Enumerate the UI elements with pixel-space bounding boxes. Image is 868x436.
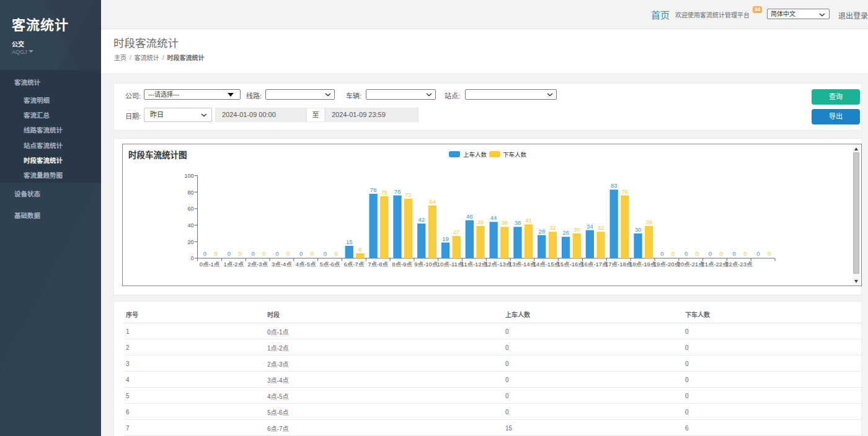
svg-text:20点-21点: 20点-21点 xyxy=(678,261,705,268)
svg-text:0: 0 xyxy=(275,250,278,257)
svg-text:46: 46 xyxy=(466,213,473,220)
svg-text:0: 0 xyxy=(709,250,712,257)
svg-text:0: 0 xyxy=(696,250,699,257)
svg-text:32: 32 xyxy=(598,224,604,231)
svg-text:72: 72 xyxy=(405,191,412,198)
svg-text:0: 0 xyxy=(684,250,688,257)
svg-text:7点-8点: 7点-8点 xyxy=(368,261,388,268)
svg-text:75: 75 xyxy=(381,189,388,196)
svg-text:100: 100 xyxy=(184,173,193,179)
svg-text:38: 38 xyxy=(515,219,521,226)
svg-text:39: 39 xyxy=(477,219,484,225)
svg-text:0: 0 xyxy=(190,255,193,261)
svg-text:0: 0 xyxy=(756,250,760,257)
svg-text:0: 0 xyxy=(335,250,338,257)
svg-text:22点-23点: 22点-23点 xyxy=(725,261,753,268)
svg-text:0: 0 xyxy=(238,250,241,257)
svg-text:9点-10点: 9点-10点 xyxy=(414,261,438,268)
svg-text:2点-3点: 2点-3点 xyxy=(247,261,268,268)
svg-text:0: 0 xyxy=(262,250,265,257)
svg-text:5点-6点: 5点-6点 xyxy=(320,261,340,268)
svg-text:0: 0 xyxy=(660,250,663,257)
svg-text:32: 32 xyxy=(549,224,556,231)
svg-text:30: 30 xyxy=(574,226,580,233)
svg-text:0: 0 xyxy=(671,250,675,257)
svg-text:4点-5点: 4点-5点 xyxy=(296,261,316,268)
svg-text:12点-13点: 12点-13点 xyxy=(485,261,512,268)
svg-text:0: 0 xyxy=(286,250,290,257)
svg-text:18点-19点: 18点-19点 xyxy=(629,261,657,268)
svg-text:0: 0 xyxy=(228,250,231,257)
svg-text:39: 39 xyxy=(645,219,652,225)
svg-text:15: 15 xyxy=(346,238,353,245)
svg-text:0: 0 xyxy=(719,250,722,257)
svg-text:64: 64 xyxy=(429,198,436,205)
svg-text:0: 0 xyxy=(733,250,736,257)
svg-text:34: 34 xyxy=(587,223,593,230)
svg-text:3点-4点: 3点-4点 xyxy=(272,261,292,268)
svg-text:1点-2点: 1点-2点 xyxy=(223,261,244,268)
svg-text:26: 26 xyxy=(562,229,569,236)
svg-text:78: 78 xyxy=(370,186,377,193)
svg-text:21点-22点: 21点-22点 xyxy=(701,261,728,268)
svg-text:0: 0 xyxy=(311,250,314,257)
svg-text:80: 80 xyxy=(187,190,193,196)
svg-text:30: 30 xyxy=(635,226,642,233)
svg-text:28: 28 xyxy=(539,228,546,235)
svg-text:19: 19 xyxy=(442,235,449,242)
svg-text:6: 6 xyxy=(358,246,361,253)
svg-text:0: 0 xyxy=(743,250,746,257)
svg-text:14点-15点: 14点-15点 xyxy=(533,261,560,268)
svg-text:27: 27 xyxy=(453,229,460,235)
svg-text:20: 20 xyxy=(187,239,193,245)
svg-text:76: 76 xyxy=(394,188,401,195)
svg-text:17点-18点: 17点-18点 xyxy=(605,261,632,268)
svg-text:60: 60 xyxy=(187,206,193,212)
svg-text:0: 0 xyxy=(215,250,218,257)
svg-text:0点-1点: 0点-1点 xyxy=(200,261,220,268)
svg-text:0: 0 xyxy=(768,250,771,257)
svg-text:0: 0 xyxy=(299,250,303,257)
svg-text:76: 76 xyxy=(622,188,629,195)
svg-text:40: 40 xyxy=(187,222,193,229)
svg-text:13点-14点: 13点-14点 xyxy=(509,261,536,268)
svg-text:41: 41 xyxy=(525,217,532,224)
svg-text:0: 0 xyxy=(324,250,327,257)
svg-text:8点-9点: 8点-9点 xyxy=(392,261,412,268)
svg-text:16点-17点: 16点-17点 xyxy=(581,261,608,268)
svg-text:83: 83 xyxy=(611,182,618,189)
svg-text:0: 0 xyxy=(203,250,206,257)
svg-text:11点-12点: 11点-12点 xyxy=(461,261,488,268)
svg-text:44: 44 xyxy=(490,214,497,221)
svg-text:0: 0 xyxy=(251,250,254,257)
svg-text:19点-20点: 19点-20点 xyxy=(653,261,681,268)
svg-text:42: 42 xyxy=(418,216,425,223)
svg-text:6点-7点: 6点-7点 xyxy=(344,261,365,268)
svg-text:10点-11点: 10点-11点 xyxy=(437,261,464,268)
svg-text:15点-16点: 15点-16点 xyxy=(557,261,584,268)
svg-text:38: 38 xyxy=(502,219,508,226)
